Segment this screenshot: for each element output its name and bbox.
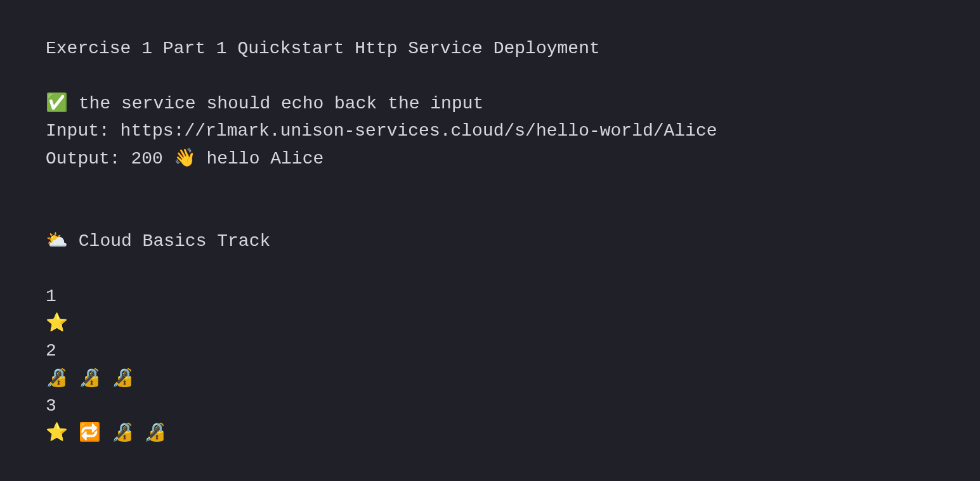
progress-item-status: 🔏 🔏 🔏 xyxy=(46,365,934,392)
test-result-line: ✅ the service should echo back the input xyxy=(46,90,934,117)
input-line: Input: https://rlmark.unison-services.cl… xyxy=(46,117,934,144)
progress-item-number: 1 xyxy=(46,283,934,310)
progress-item-status: ⭐ xyxy=(46,310,934,337)
blank-line xyxy=(46,172,934,200)
progress-item-status: ⭐ 🔁 🔏 🔏 xyxy=(46,420,934,447)
blank-line xyxy=(46,255,934,282)
blank-line xyxy=(46,200,934,227)
output-line: Output: 200 👋 hello Alice xyxy=(46,145,934,172)
terminal-output: Exercise 1 Part 1 Quickstart Http Servic… xyxy=(46,35,934,447)
track-title: ⛅ Cloud Basics Track xyxy=(46,228,934,255)
exercise-title: Exercise 1 Part 1 Quickstart Http Servic… xyxy=(46,35,934,62)
progress-item-number: 3 xyxy=(46,392,934,420)
blank-line xyxy=(46,62,934,89)
progress-item-number: 2 xyxy=(46,337,934,364)
